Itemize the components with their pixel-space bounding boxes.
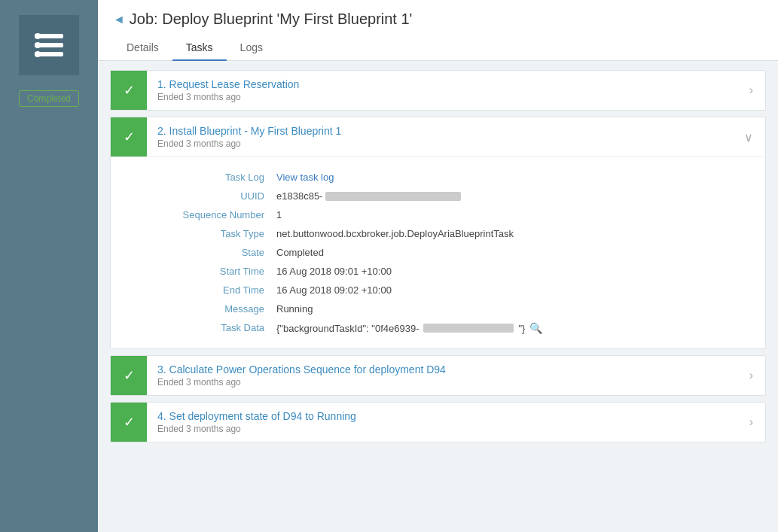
header: ◄ Job: Deploy Blueprint 'My First Bluepr…	[98, 0, 778, 61]
state-label: State	[156, 247, 276, 258]
task-2-check-icon: ✓	[111, 117, 147, 157]
tab-details[interactable]: Details	[113, 35, 172, 61]
task-3-check-icon: ✓	[111, 356, 147, 395]
svg-point-4	[35, 42, 41, 48]
tasklog-label: Task Log	[156, 172, 276, 183]
sidebar-logo	[19, 15, 79, 75]
endtime-label: End Time	[156, 284, 276, 296]
task-2-title: 2. Install Blueprint - My First Blueprin…	[157, 125, 722, 137]
task-4-info: 4. Set deployment state of D94 to Runnin…	[147, 403, 737, 442]
task-1-info: 1. Request Lease Reservation Ended 3 mon…	[147, 71, 737, 110]
task-4-title: 4. Set deployment state of D94 to Runnin…	[157, 410, 727, 422]
detail-row-uuid: UUID e1838c85-	[156, 187, 750, 205]
task-1-expand-button[interactable]: ›	[737, 71, 765, 110]
page-title: ◄ Job: Deploy Blueprint 'My First Bluepr…	[113, 11, 763, 28]
svg-point-5	[35, 51, 41, 57]
tasktype-value: net.buttonwood.bcxbroker.job.DeployAriaB…	[276, 228, 750, 239]
tab-logs[interactable]: Logs	[227, 35, 276, 61]
detail-row-tasktype: Task Type net.buttonwood.bcxbroker.job.D…	[156, 224, 750, 243]
task-2-header: ✓ 2. Install Blueprint - My First Bluepr…	[111, 117, 765, 157]
tasks-content: ✓ 1. Request Lease Reservation Ended 3 m…	[98, 61, 778, 532]
taskdata-blurred	[423, 324, 514, 333]
task-2-subtitle: Ended 3 months ago	[157, 138, 722, 149]
tabs-bar: Details Tasks Logs	[113, 35, 763, 60]
detail-row-starttime: Start Time 16 Aug 2018 09:01 +10:00	[156, 262, 750, 281]
svg-point-3	[35, 33, 41, 39]
sequence-label: Sequence Number	[156, 209, 276, 220]
taskdata-value: {"backgroundTaskId": "0f4e6939- "} 🔍	[276, 322, 750, 334]
detail-row-message: Message Running	[156, 299, 750, 318]
task-3-subtitle: Ended 3 months ago	[157, 377, 727, 388]
job-title-text: Job: Deploy Blueprint 'My First Blueprin…	[130, 11, 413, 28]
tab-tasks[interactable]: Tasks	[172, 35, 227, 61]
starttime-label: Start Time	[156, 266, 276, 277]
task-1-subtitle: Ended 3 months ago	[157, 92, 727, 102]
task-1-title: 1. Request Lease Reservation	[157, 78, 727, 90]
main-content: ◄ Job: Deploy Blueprint 'My First Bluepr…	[98, 0, 778, 532]
uuid-blurred	[325, 192, 461, 201]
sequence-value: 1	[276, 209, 750, 220]
search-icon[interactable]: 🔍	[529, 322, 542, 334]
detail-row-sequence: Sequence Number 1	[156, 205, 750, 224]
task-2-info: 2. Install Blueprint - My First Blueprin…	[147, 117, 732, 157]
tasklog-value[interactable]: View task log	[276, 172, 750, 183]
task-3-title: 3. Calculate Power Operations Sequence f…	[157, 363, 727, 375]
task-3-info: 3. Calculate Power Operations Sequence f…	[147, 356, 737, 395]
message-label: Message	[156, 303, 276, 315]
task-row-4: ✓ 4. Set deployment state of D94 to Runn…	[110, 402, 766, 442]
starttime-value: 16 Aug 2018 09:01 +10:00	[276, 266, 750, 277]
detail-row-state: State Completed	[156, 243, 750, 262]
task-3-expand-button[interactable]: ›	[737, 356, 765, 395]
status-badge: Completed	[19, 90, 79, 107]
detail-row-tasklog: Task Log View task log	[156, 168, 750, 187]
tasktype-label: Task Type	[156, 228, 276, 239]
detail-row-taskdata: Task Data {"backgroundTaskId": "0f4e6939…	[156, 318, 750, 338]
task-4-check-icon: ✓	[111, 403, 147, 442]
detail-row-endtime: End Time 16 Aug 2018 09:02 +10:00	[156, 281, 750, 299]
task-4-subtitle: Ended 3 months ago	[157, 424, 727, 434]
app-logo-icon	[30, 26, 68, 64]
task-2-collapse-button[interactable]: ∨	[732, 117, 765, 157]
state-value: Completed	[276, 247, 750, 258]
uuid-label: UUID	[156, 190, 276, 202]
task-row-1: ✓ 1. Request Lease Reservation Ended 3 m…	[110, 70, 766, 111]
task-4-expand-button[interactable]: ›	[737, 403, 765, 442]
back-arrow-icon[interactable]: ◄	[113, 13, 125, 26]
sidebar: Completed	[0, 0, 98, 532]
task-row-3: ✓ 3. Calculate Power Operations Sequence…	[110, 355, 766, 396]
endtime-value: 16 Aug 2018 09:02 +10:00	[276, 284, 750, 296]
uuid-value: e1838c85-	[276, 190, 750, 202]
task-1-check-icon: ✓	[111, 71, 147, 110]
task-2-details: Task Log View task log UUID e1838c85- Se…	[111, 157, 765, 348]
task-row-2: ✓ 2. Install Blueprint - My First Bluepr…	[110, 117, 766, 349]
message-value: Running	[276, 303, 750, 315]
taskdata-label: Task Data	[156, 322, 276, 333]
